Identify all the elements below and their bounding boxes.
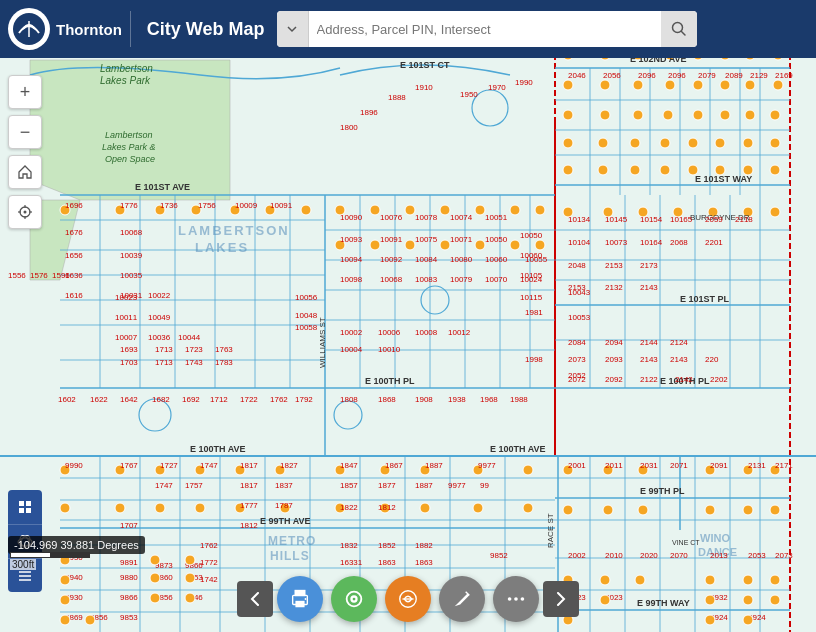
svg-text:10075: 10075	[415, 235, 438, 244]
svg-text:1696: 1696	[65, 201, 83, 210]
svg-point-107	[693, 80, 703, 90]
svg-text:1908: 1908	[415, 395, 433, 404]
svg-text:1713: 1713	[155, 358, 173, 367]
search-input[interactable]	[309, 22, 661, 37]
svg-point-486	[353, 598, 356, 601]
svg-text:1616: 1616	[65, 291, 83, 300]
svg-text:10006: 10006	[378, 328, 401, 337]
svg-point-442	[60, 575, 70, 585]
svg-text:1602: 1602	[58, 395, 76, 404]
search-area	[277, 11, 697, 47]
svg-text:2059: 2059	[705, 215, 723, 224]
svg-text:1968: 1968	[480, 395, 498, 404]
svg-text:1990: 1990	[515, 78, 533, 87]
more-button[interactable]	[493, 576, 539, 622]
svg-text:10023: 10023	[115, 293, 138, 302]
svg-point-162	[770, 207, 780, 217]
svg-text:1832: 1832	[340, 541, 358, 550]
svg-point-454	[705, 595, 715, 605]
svg-text:1863: 1863	[378, 558, 396, 567]
svg-text:2124: 2124	[670, 338, 688, 347]
svg-text:10134: 10134	[568, 215, 591, 224]
svg-text:2202: 2202	[710, 375, 728, 384]
svg-text:Lambertson: Lambertson	[100, 63, 153, 74]
svg-text:2118: 2118	[735, 215, 753, 224]
search-button[interactable]	[661, 11, 697, 47]
svg-text:1576: 1576	[30, 271, 48, 280]
svg-point-134	[770, 165, 780, 175]
svg-text:1703: 1703	[120, 358, 138, 367]
next-button[interactable]	[543, 581, 579, 617]
map-layers-button[interactable]	[8, 490, 42, 524]
svg-text:VINE CT: VINE CT	[672, 539, 700, 546]
svg-text:10044: 10044	[178, 333, 201, 342]
print-button[interactable]	[277, 576, 323, 622]
svg-text:Open Space: Open Space	[105, 154, 155, 164]
svg-text:9880: 9880	[120, 573, 138, 582]
svg-text:2096: 2096	[638, 71, 656, 80]
svg-text:1896: 1896	[360, 108, 378, 117]
svg-text:10056: 10056	[295, 293, 318, 302]
share-button[interactable]	[385, 576, 431, 622]
svg-point-444	[60, 615, 70, 625]
svg-point-118	[770, 110, 780, 120]
svg-text:2153: 2153	[605, 261, 623, 270]
svg-text:2046: 2046	[568, 71, 586, 80]
svg-text:Lakes Park: Lakes Park	[100, 75, 151, 86]
locate-button[interactable]	[8, 195, 42, 229]
locate-icon	[17, 204, 33, 220]
home-button[interactable]	[8, 155, 42, 189]
svg-text:10094: 10094	[340, 255, 363, 264]
svg-point-104	[600, 80, 610, 90]
svg-point-459	[743, 615, 753, 625]
svg-text:1762: 1762	[270, 395, 288, 404]
svg-text:10036: 10036	[148, 333, 171, 342]
svg-text:E 99TH WAY: E 99TH WAY	[637, 598, 690, 608]
more-icon	[505, 588, 527, 610]
svg-text:1812: 1812	[240, 521, 258, 530]
search-type-dropdown[interactable]	[277, 11, 309, 47]
svg-text:2084: 2084	[568, 338, 586, 347]
svg-text:2002: 2002	[568, 551, 586, 560]
svg-text:E 101ST CT: E 101ST CT	[400, 60, 450, 70]
svg-point-130	[660, 165, 670, 175]
next-icon	[556, 592, 566, 606]
svg-text:1713: 1713	[155, 345, 173, 354]
svg-point-196	[770, 505, 780, 515]
svg-text:Lakes Park &: Lakes Park &	[102, 142, 156, 152]
svg-text:10071: 10071	[450, 235, 473, 244]
edit-icon	[451, 588, 473, 610]
svg-point-121	[630, 138, 640, 148]
svg-point-447	[600, 575, 610, 585]
svg-text:1888: 1888	[388, 93, 406, 102]
svg-text:2013: 2013	[710, 551, 728, 560]
svg-text:1783: 1783	[215, 358, 233, 367]
svg-text:10049: 10049	[148, 313, 171, 322]
svg-text:E 101ST PL: E 101ST PL	[680, 294, 730, 304]
svg-text:10002: 10002	[340, 328, 363, 337]
svg-text:1857: 1857	[340, 481, 358, 490]
svg-point-117	[745, 110, 755, 120]
svg-text:1998: 1998	[525, 355, 543, 364]
svg-text:1762: 1762	[200, 541, 218, 550]
svg-text:1723: 1723	[185, 345, 203, 354]
prev-button[interactable]	[237, 581, 273, 617]
svg-text:1887: 1887	[415, 481, 433, 490]
svg-point-435	[150, 555, 160, 565]
svg-point-137	[405, 205, 415, 215]
layers-button[interactable]	[331, 576, 377, 622]
zoom-in-button[interactable]: +	[8, 75, 42, 109]
bottom-toolbar	[237, 576, 579, 622]
svg-text:9891: 9891	[120, 558, 138, 567]
svg-point-436	[185, 555, 195, 565]
svg-text:1772: 1772	[200, 558, 218, 567]
svg-text:10051: 10051	[485, 213, 508, 222]
zoom-out-button[interactable]: −	[8, 115, 42, 149]
svg-text:1682: 1682	[152, 395, 170, 404]
svg-text:10164: 10164	[640, 238, 663, 247]
svg-text:10090: 10090	[340, 213, 363, 222]
svg-text:9852: 9852	[490, 551, 508, 560]
map-container[interactable]: 10187 10186 10184 10175 10174 10164 1015…	[0, 0, 816, 632]
edit-button[interactable]	[439, 576, 485, 622]
prev-icon	[250, 592, 260, 606]
